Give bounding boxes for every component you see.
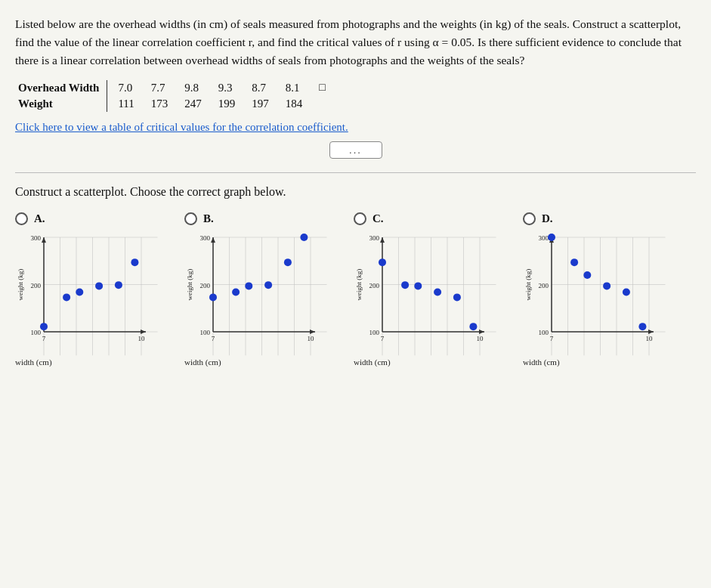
svg-point-140 bbox=[264, 281, 272, 289]
svg-point-143 bbox=[209, 293, 217, 301]
width-val-1: 7.0 bbox=[107, 80, 148, 96]
svg-point-284 bbox=[583, 271, 591, 279]
svg-point-70 bbox=[115, 281, 122, 289]
svg-point-282 bbox=[548, 234, 555, 241]
option-label-b[interactable]: B. bbox=[184, 212, 214, 225]
svg-point-67 bbox=[63, 293, 70, 301]
graph-option-b[interactable]: B.100200300710weight (kg)width (cm) bbox=[184, 212, 343, 367]
svg-text:100: 100 bbox=[539, 329, 549, 336]
option-letter-d: D. bbox=[542, 212, 553, 225]
svg-text:300: 300 bbox=[369, 234, 380, 242]
svg-text:300: 300 bbox=[200, 234, 211, 242]
copy-icon[interactable]: □ bbox=[316, 80, 338, 96]
overhead-width-label: Overhead Width bbox=[15, 80, 107, 96]
graph-xlabel-c: width (cm) bbox=[354, 357, 391, 367]
svg-text:300: 300 bbox=[539, 234, 549, 242]
svg-point-212 bbox=[414, 282, 422, 289]
svg-marker-130 bbox=[310, 330, 315, 334]
radio-c[interactable] bbox=[354, 212, 366, 225]
weight-val-1: 111 bbox=[107, 96, 148, 112]
graph-wrap-b: 100200300710weight (kg) bbox=[184, 228, 328, 357]
svg-text:10: 10 bbox=[477, 335, 484, 342]
svg-text:weight (kg): weight (kg) bbox=[186, 269, 193, 301]
option-letter-c: C. bbox=[373, 212, 384, 225]
svg-text:7: 7 bbox=[212, 335, 215, 342]
width-val-4: 9.3 bbox=[215, 80, 249, 96]
weight-val-5: 197 bbox=[249, 96, 283, 112]
svg-point-287 bbox=[638, 323, 646, 330]
graph-xlabel-d: width (cm) bbox=[523, 357, 560, 367]
svg-point-138 bbox=[300, 234, 308, 241]
svg-text:200: 200 bbox=[369, 282, 380, 289]
graph-svg-c: 100200300710weight (kg) bbox=[354, 228, 497, 357]
svg-point-71 bbox=[131, 258, 138, 266]
svg-text:weight (kg): weight (kg) bbox=[524, 269, 532, 301]
graph-option-a[interactable]: A.100200300710weight (kg)width (cm) bbox=[15, 212, 174, 367]
weight-val-6: 184 bbox=[283, 96, 317, 112]
svg-text:100: 100 bbox=[31, 329, 42, 336]
graph-xlabel-a: width (cm) bbox=[15, 357, 52, 367]
weight-val-2: 173 bbox=[148, 96, 182, 112]
svg-text:7: 7 bbox=[42, 335, 46, 342]
svg-point-68 bbox=[95, 282, 103, 289]
weight-val-3: 247 bbox=[181, 96, 215, 112]
graph-svg-b: 100200300710weight (kg) bbox=[184, 228, 328, 357]
width-val-5: 8.7 bbox=[249, 80, 283, 96]
radio-d[interactable] bbox=[523, 212, 536, 225]
graph-wrap-d: 100200300710weight (kg) bbox=[523, 228, 666, 357]
option-label-d[interactable]: D. bbox=[523, 212, 553, 225]
radio-b[interactable] bbox=[184, 212, 197, 225]
option-label-c[interactable]: C. bbox=[354, 212, 384, 225]
svg-marker-58 bbox=[141, 330, 146, 334]
svg-marker-202 bbox=[479, 330, 484, 334]
critical-values-link[interactable]: Click here to view a table of critical v… bbox=[15, 121, 696, 134]
graph-option-c[interactable]: C.100200300710weight (kg)width (cm) bbox=[354, 212, 512, 367]
svg-text:100: 100 bbox=[369, 329, 380, 336]
graph-wrap-a: 100200300710weight (kg) bbox=[15, 228, 159, 357]
option-letter-b: B. bbox=[203, 212, 214, 225]
svg-point-142 bbox=[232, 289, 240, 296]
weight-label: Weight bbox=[15, 96, 107, 112]
svg-marker-131 bbox=[211, 237, 215, 243]
svg-marker-59 bbox=[42, 237, 46, 243]
graph-wrap-c: 100200300710weight (kg) bbox=[354, 228, 497, 357]
svg-text:100: 100 bbox=[200, 329, 211, 336]
svg-text:200: 200 bbox=[200, 282, 211, 289]
graph-svg-d: 100200300710weight (kg) bbox=[523, 228, 666, 357]
svg-text:weight (kg): weight (kg) bbox=[17, 269, 24, 301]
svg-point-283 bbox=[570, 258, 578, 266]
radio-a[interactable] bbox=[15, 212, 28, 225]
graph-xlabel-b: width (cm) bbox=[184, 357, 221, 367]
data-table: Overhead Width 7.0 7.7 9.8 9.3 8.7 8.1 □… bbox=[15, 80, 339, 112]
svg-text:200: 200 bbox=[539, 282, 549, 289]
width-val-2: 7.7 bbox=[148, 80, 182, 96]
svg-point-139 bbox=[284, 258, 292, 266]
option-letter-a: A. bbox=[34, 212, 45, 225]
construct-title: Construct a scatterplot. Choose the corr… bbox=[15, 185, 696, 199]
svg-marker-274 bbox=[648, 330, 654, 334]
svg-marker-203 bbox=[380, 237, 385, 243]
graph-option-d[interactable]: D.100200300710weight (kg)width (cm) bbox=[523, 212, 682, 367]
svg-point-69 bbox=[76, 289, 83, 296]
ellipsis-button[interactable]: ... bbox=[329, 141, 382, 159]
svg-text:10: 10 bbox=[646, 335, 654, 342]
svg-point-285 bbox=[603, 282, 611, 289]
svg-point-66 bbox=[40, 323, 48, 330]
svg-point-211 bbox=[401, 281, 409, 289]
svg-point-210 bbox=[379, 258, 386, 266]
svg-text:200: 200 bbox=[31, 282, 42, 289]
svg-text:10: 10 bbox=[138, 335, 146, 342]
svg-point-213 bbox=[434, 289, 441, 296]
svg-text:weight (kg): weight (kg) bbox=[355, 269, 363, 301]
svg-text:300: 300 bbox=[31, 234, 42, 242]
width-val-6: 8.1 bbox=[283, 80, 317, 96]
graphs-row: A.100200300710weight (kg)width (cm)B.100… bbox=[15, 212, 696, 367]
option-label-a[interactable]: A. bbox=[15, 212, 45, 225]
svg-text:7: 7 bbox=[550, 335, 554, 342]
svg-point-141 bbox=[245, 282, 252, 289]
svg-text:10: 10 bbox=[308, 335, 315, 342]
section-divider bbox=[15, 172, 696, 173]
width-val-3: 9.8 bbox=[181, 80, 215, 96]
svg-text:7: 7 bbox=[381, 335, 385, 342]
weight-val-4: 199 bbox=[215, 96, 249, 112]
